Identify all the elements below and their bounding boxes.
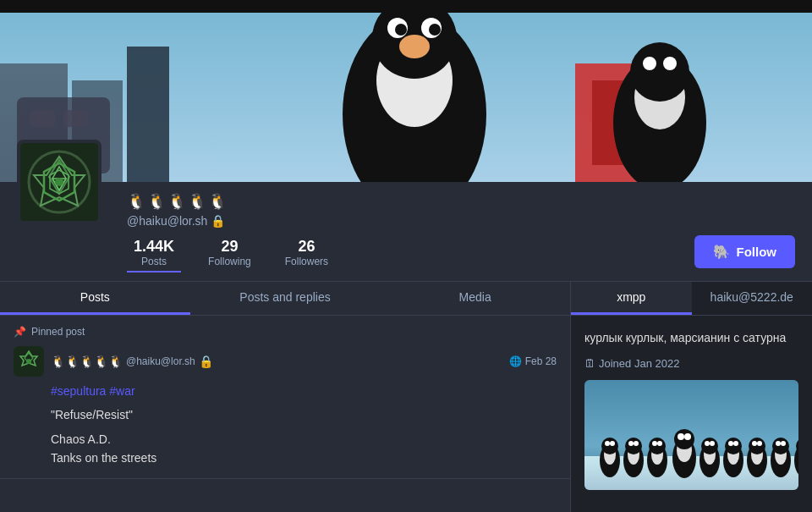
main-content: Posts Posts and replies Media 📌 Pinned p…: [0, 282, 812, 512]
tab-posts-label: Posts: [80, 290, 110, 304]
globe-icon: 🌐: [509, 355, 522, 367]
svg-point-53: [674, 429, 694, 449]
tab-replies-label: Posts and replies: [239, 290, 330, 304]
right-tab-haiku[interactable]: haiku@5222.de: [692, 282, 813, 315]
svg-point-16: [630, 42, 689, 102]
bio-text: курлык курлык, марсианин с сатурна: [584, 329, 798, 347]
avatar-container: [17, 140, 102, 224]
svg-point-75: [781, 441, 786, 446]
post-quote: "Refuse/Resist": [51, 405, 557, 424]
svg-point-74: [776, 441, 781, 446]
banner-svg: [0, 13, 812, 182]
banner: [0, 13, 812, 182]
profile-handle: @haiku@lor.sh 🔒: [127, 214, 795, 228]
svg-point-44: [628, 441, 634, 446]
posts-area[interactable]: 📌 Pinned post 🐧🐧🐧🐧🐧 @ha: [0, 316, 570, 512]
post-meta: 🐧🐧🐧🐧🐧 @haiku@lor.sh 🔒 🌐 Feb 28: [14, 346, 557, 377]
right-tabs: xmpp haiku@5222.de: [571, 282, 812, 316]
post-avatar-icon: [14, 346, 44, 377]
svg-marker-24: [49, 160, 69, 194]
follow-button[interactable]: 🐘 Follow: [694, 235, 796, 268]
post-date-text: Feb 28: [525, 355, 557, 367]
svg-point-38: [601, 438, 618, 454]
avatar-icon: [25, 148, 93, 216]
svg-point-55: [684, 433, 691, 440]
svg-point-73: [772, 438, 789, 454]
following-label: Following: [208, 256, 251, 267]
followers-label: Followers: [285, 256, 328, 267]
svg-point-40: [610, 441, 615, 446]
svg-rect-3: [127, 47, 169, 182]
nav-bar: [0, 0, 812, 13]
right-tab-xmpp-label: xmpp: [617, 290, 645, 304]
joined-text: 🗓 Joined Jan 2022: [584, 357, 798, 370]
post-avatar[interactable]: [14, 346, 44, 377]
posts-count: 1.44K: [134, 238, 174, 256]
svg-point-33: [26, 359, 31, 364]
post-text2: Tanks on the streets: [51, 449, 557, 467]
pin-icon: 📌: [14, 326, 26, 338]
pinned-label: Pinned post: [31, 326, 85, 338]
post-author: 🐧🐧🐧🐧🐧 @haiku@lor.sh 🔒: [51, 355, 502, 368]
svg-point-70: [757, 441, 762, 446]
profile-section: 🐧🐧🐧🐧🐧 @haiku@lor.sh 🔒 1.44K Posts 29 Fol…: [0, 182, 812, 282]
right-content: курлык курлык, марсианин с сатурна 🗓 Joi…: [571, 316, 812, 504]
svg-point-63: [725, 438, 742, 454]
right-tab-haiku-label: haiku@5222.de: [710, 290, 793, 304]
svg-point-48: [649, 438, 666, 454]
svg-point-39: [605, 441, 610, 446]
profile-emojis: 🐧🐧🐧🐧🐧: [127, 192, 795, 211]
svg-point-29: [55, 178, 63, 186]
post-tags: #sepultura #war: [51, 382, 557, 400]
svg-point-59: [705, 441, 710, 446]
right-panel: xmpp haiku@5222.de курлык курлык, марсиа…: [571, 282, 812, 512]
tab-media[interactable]: Media: [380, 282, 570, 315]
svg-point-11: [399, 35, 430, 58]
svg-point-17: [643, 57, 656, 70]
post-content: #sepultura #war "Refuse/Resist" Chaos A.…: [51, 382, 557, 468]
handle-text: @haiku@lor.sh: [127, 214, 207, 228]
post-date: 🌐 Feb 28: [509, 355, 557, 367]
svg-point-58: [701, 438, 718, 454]
post-lock-icon: 🔒: [199, 355, 213, 368]
joined-date: Joined Jan 2022: [599, 357, 679, 370]
svg-point-64: [728, 441, 733, 446]
calendar-icon: 🗓: [584, 357, 595, 370]
svg-point-54: [678, 433, 684, 440]
avatar: [20, 143, 98, 221]
svg-point-45: [634, 441, 639, 446]
svg-point-10: [429, 24, 441, 36]
svg-point-69: [752, 441, 757, 446]
tab-media-label: Media: [459, 290, 491, 304]
stat-following[interactable]: 29 Following: [201, 234, 258, 273]
right-tab-xmpp[interactable]: xmpp: [571, 282, 692, 315]
post-author-emojis: 🐧🐧🐧🐧🐧: [51, 355, 123, 368]
svg-point-18: [663, 57, 677, 70]
tab-posts-replies[interactable]: Posts and replies: [190, 282, 381, 315]
lock-icon: 🔒: [211, 214, 225, 228]
svg-point-65: [733, 441, 738, 446]
follow-label: Follow: [737, 245, 777, 259]
preview-svg: [584, 380, 798, 490]
svg-rect-20: [30, 110, 55, 127]
pinned-post: 📌 Pinned post 🐧🐧🐧🐧🐧 @ha: [0, 316, 570, 479]
followers-count: 26: [298, 238, 315, 256]
svg-point-43: [625, 438, 642, 454]
tab-posts[interactable]: Posts: [0, 282, 190, 315]
mastodon-logo: 🐘: [713, 244, 730, 260]
svg-point-49: [652, 441, 657, 446]
posts-label: Posts: [141, 256, 167, 267]
svg-point-9: [395, 24, 407, 36]
left-panel: Posts Posts and replies Media 📌 Pinned p…: [0, 282, 571, 512]
svg-point-68: [749, 438, 765, 454]
main-tabs: Posts Posts and replies Media: [0, 282, 570, 316]
post-author-handle: @haiku@lor.sh: [126, 355, 195, 367]
banner-background: [0, 13, 812, 182]
stat-followers[interactable]: 26 Followers: [278, 234, 335, 273]
pinned-header: 📌 Pinned post: [14, 326, 557, 338]
stat-posts[interactable]: 1.44K Posts: [127, 234, 181, 273]
svg-point-50: [657, 441, 662, 446]
following-count: 29: [221, 238, 238, 256]
svg-rect-21: [63, 110, 89, 127]
image-preview[interactable]: [584, 380, 798, 490]
